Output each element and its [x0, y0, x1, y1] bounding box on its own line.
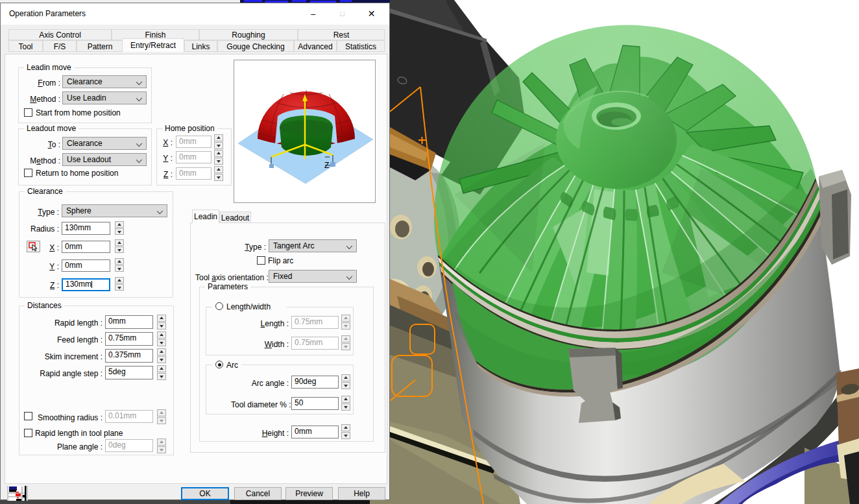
svg-text:Z: Z — [324, 161, 329, 170]
